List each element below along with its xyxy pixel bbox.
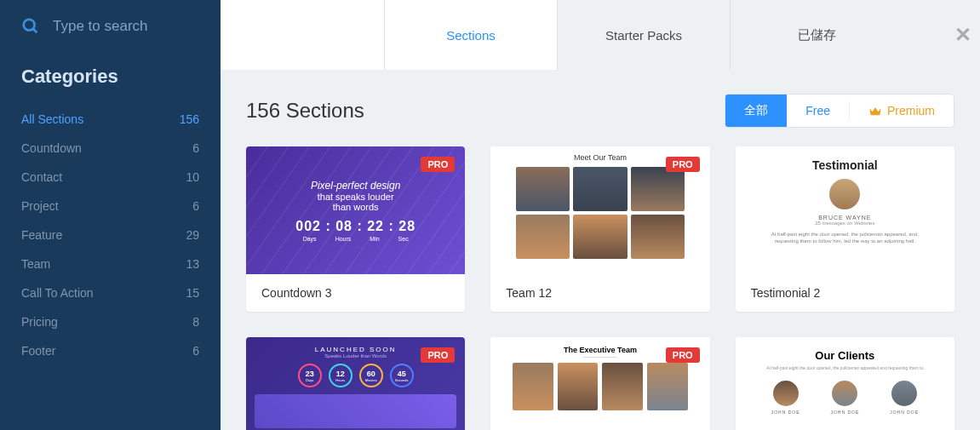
tabs-gap [903, 0, 946, 70]
sidebar: Categories All Sections156Countdown6Cont… [0, 0, 221, 430]
card-label: Testimonial 2 [736, 274, 954, 312]
cat-count: 6 [192, 199, 199, 213]
card-team-11[interactable]: The Executive TeamPRO [490, 337, 709, 430]
search-box [0, 0, 221, 53]
cat-label: Feature [21, 228, 62, 242]
sidebar-item-feature[interactable]: Feature29 [0, 221, 221, 249]
sidebar-item-call-to-action[interactable]: Call To Action15 [0, 278, 221, 307]
main-panel: Sections Starter Packs 已儲存 ✕ 156 Section… [221, 0, 980, 430]
cat-label: Project [21, 199, 59, 213]
cards-grid: Pixel-perfect designthat speaks louderth… [246, 146, 954, 430]
filter-free-button[interactable]: Free [787, 95, 849, 127]
cat-count: 6 [192, 344, 199, 358]
cat-label: Countdown [21, 141, 82, 155]
cat-count: 29 [186, 228, 199, 242]
close-button[interactable]: ✕ [946, 0, 980, 70]
close-icon: ✕ [954, 23, 971, 47]
card-preview: Our ClientsAt half-past eight the door o… [736, 337, 954, 430]
card-preview: Pixel-perfect designthat speaks louderth… [246, 146, 465, 274]
cat-count: 13 [186, 257, 199, 271]
pro-badge: PRO [421, 157, 455, 172]
sidebar-item-footer[interactable]: Footer6 [0, 336, 221, 365]
filter-premium-label: Premium [887, 104, 935, 118]
svg-line-1 [33, 29, 37, 33]
card-testimonial-2[interactable]: TestimonialBRUCE WAYNE25 messages on Web… [736, 146, 954, 312]
cat-count: 10 [186, 170, 199, 184]
cat-label: Team [21, 257, 50, 271]
cat-label: All Sections [21, 112, 83, 126]
svg-point-0 [24, 20, 35, 31]
filter-all-button[interactable]: 全部 [725, 95, 787, 127]
card-countdown-3[interactable]: Pixel-perfect designthat speaks louderth… [246, 146, 465, 312]
cat-count: 8 [192, 315, 199, 329]
sidebar-item-pricing[interactable]: Pricing8 [0, 307, 221, 336]
sidebar-item-countdown[interactable]: Countdown6 [0, 134, 221, 163]
sidebar-item-all-sections[interactable]: All Sections156 [0, 105, 221, 134]
tab-sections[interactable]: Sections [384, 0, 557, 70]
crown-icon [868, 105, 882, 117]
filter-group: 全部 Free Premium [725, 94, 954, 128]
tab-saved[interactable]: 已儲存 [730, 0, 903, 70]
pro-badge: PRO [666, 157, 700, 172]
card-label: Countdown 3 [246, 274, 465, 312]
cat-count: 15 [186, 286, 199, 300]
card-label: Team 12 [490, 274, 709, 312]
sidebar-scroll[interactable]: Categories All Sections156Countdown6Cont… [0, 53, 221, 430]
cat-count: 156 [180, 112, 199, 126]
cat-count: 6 [192, 141, 199, 155]
card-preview: LAUNCHED SOONSpeaks Louder than Words23D… [246, 337, 465, 430]
tabs-spacer [221, 0, 384, 70]
card-testimonial-1[interactable]: Our ClientsAt half-past eight the door o… [736, 337, 954, 430]
card-preview: Meet Our TeamPRO [490, 146, 709, 274]
categories-heading: Categories [0, 53, 221, 105]
search-input[interactable] [53, 18, 199, 35]
section-count: 156 Sections [246, 99, 364, 123]
cat-label: Pricing [21, 315, 58, 329]
cat-label: Footer [21, 344, 55, 358]
cat-label: Contact [21, 170, 62, 184]
tab-starter-packs[interactable]: Starter Packs [557, 0, 730, 70]
pro-badge: PRO [666, 347, 700, 363]
card-countdown-2[interactable]: LAUNCHED SOONSpeaks Louder than Words23D… [246, 337, 465, 430]
content-header: 156 Sections 全部 Free Premium [246, 70, 954, 146]
pro-badge: PRO [421, 347, 455, 363]
search-icon [21, 17, 40, 36]
card-team-12[interactable]: Meet Our TeamPROTeam 12 [490, 146, 709, 312]
cat-label: Call To Action [21, 286, 94, 300]
card-preview: TestimonialBRUCE WAYNE25 messages on Web… [736, 146, 954, 274]
tabs-bar: Sections Starter Packs 已儲存 ✕ [221, 0, 980, 70]
sidebar-item-team[interactable]: Team13 [0, 249, 221, 278]
card-preview: The Executive TeamPRO [490, 337, 709, 430]
sidebar-item-project[interactable]: Project6 [0, 192, 221, 221]
sidebar-item-contact[interactable]: Contact10 [0, 163, 221, 192]
content-scroll[interactable]: 156 Sections 全部 Free Premium Pixel-perfe… [221, 70, 980, 430]
filter-premium-button[interactable]: Premium [850, 95, 954, 127]
